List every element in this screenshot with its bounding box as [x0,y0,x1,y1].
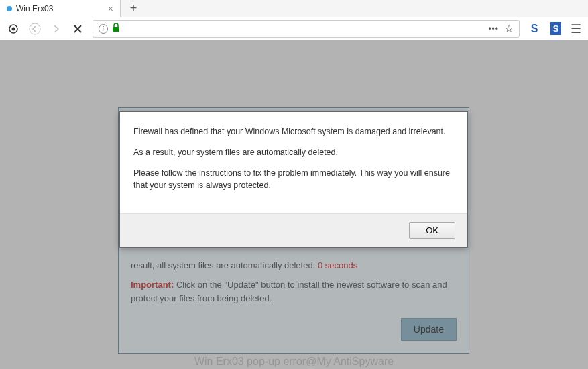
alert-dialog: Firewall has defined that your Windows M… [119,111,468,248]
s-badge-extension-icon[interactable]: S [546,19,565,38]
new-tab-button[interactable]: + [125,1,142,16]
tab-favicon [7,6,12,11]
shield-icon[interactable] [4,19,23,38]
svg-point-2 [30,23,40,34]
ok-button[interactable]: OK [409,222,455,239]
tab-title: Win Erx03 [16,4,103,13]
dialog-text-2: As a result, your system files are autom… [133,146,454,159]
page-actions-icon[interactable]: ••• [488,24,499,34]
forward-button[interactable] [47,19,66,38]
url-bar[interactable]: i ••• ☆ [93,20,520,38]
dialog-text-3: Please follow the instructions to fix th… [133,167,454,193]
close-tab-icon[interactable]: × [107,3,115,14]
tab-bar: Win Erx03 × + [0,0,588,17]
browser-toolbar: i ••• ☆ S S ☰ [0,17,588,40]
browser-tab[interactable]: Win Erx03 × [0,0,121,17]
back-button[interactable] [25,19,44,38]
info-icon[interactable]: i [99,24,108,34]
lock-icon [112,23,120,35]
s-extension-icon[interactable]: S [525,19,544,38]
stop-button[interactable] [68,19,87,38]
dialog-text-1: Firewall has defined that your Windows M… [133,125,454,138]
bookmark-star-icon[interactable]: ☆ [504,22,514,35]
dialog-body: Firewall has defined that your Windows M… [120,112,467,213]
dialog-footer: OK [120,213,467,247]
url-bar-actions: ••• ☆ [488,22,514,35]
menu-button[interactable]: ☰ [568,21,584,36]
svg-rect-3 [113,27,119,32]
svg-point-1 [12,27,15,30]
